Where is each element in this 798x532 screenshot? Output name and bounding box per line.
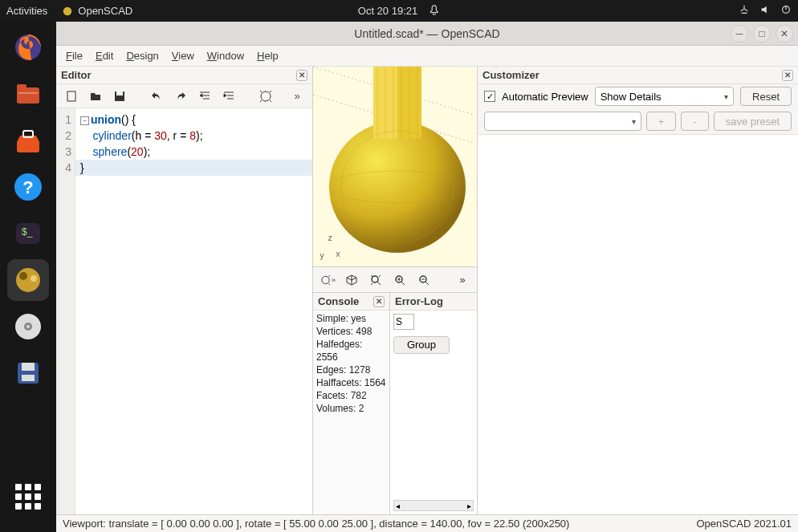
- current-app[interactable]: OpenSCAD: [62, 5, 132, 17]
- editor-title: Editor: [61, 69, 92, 81]
- menu-file[interactable]: File: [66, 50, 83, 62]
- remove-preset-button[interactable]: -: [681, 112, 708, 131]
- minimize-button[interactable]: ─: [731, 25, 748, 43]
- svg-rect-5: [18, 92, 38, 94]
- zoom-in-icon[interactable]: [392, 272, 408, 288]
- svg-rect-18: [22, 363, 35, 371]
- editor-more-icon[interactable]: »: [288, 87, 306, 105]
- preset-combo[interactable]: ▾: [484, 112, 641, 131]
- gnome-topbar: Activities OpenSCAD Oct 20 19:21: [0, 0, 798, 22]
- console-close-icon[interactable]: ✕: [373, 296, 385, 307]
- menu-window[interactable]: Window: [207, 50, 244, 62]
- render-icon[interactable]: »: [320, 272, 336, 288]
- dock-save[interactable]: [7, 352, 49, 394]
- zoom-fit-icon[interactable]: [368, 272, 384, 288]
- ubuntu-dock: ? $_: [0, 22, 56, 532]
- titlebar[interactable]: Untitled.scad* — OpenSCAD ─ □ ✕: [56, 22, 798, 46]
- menu-design[interactable]: Design: [126, 50, 158, 62]
- window-title: Untitled.scad* — OpenSCAD: [56, 27, 798, 40]
- indent-icon[interactable]: [220, 87, 238, 105]
- network-icon[interactable]: [739, 4, 750, 18]
- axis-x-label: x: [336, 250, 340, 258]
- save-icon[interactable]: [111, 87, 128, 105]
- statusbar: Viewport: translate = [ 0.00 0.00 0.00 ]…: [56, 514, 798, 532]
- volume-icon[interactable]: [759, 4, 771, 18]
- customizer-pane: Customizer ✕ ✓ Automatic Preview Show De…: [478, 67, 798, 514]
- maximize-button[interactable]: □: [753, 25, 771, 43]
- dock-firefox[interactable]: [7, 26, 49, 68]
- errorlog-group-header[interactable]: Group: [393, 336, 450, 354]
- svg-rect-22: [116, 91, 123, 95]
- editor-close-icon[interactable]: ✕: [296, 70, 307, 81]
- console-title: Console: [318, 295, 359, 307]
- console-output[interactable]: Simple: yes Vertices: 498 Halfedges: 255…: [313, 311, 389, 514]
- svg-text:?: ?: [22, 177, 33, 197]
- activities-button[interactable]: Activities: [6, 5, 47, 17]
- menu-view[interactable]: View: [172, 50, 194, 62]
- svg-point-26: [329, 121, 466, 253]
- code-editor[interactable]: 1 2 3 4 −union() { cylinder(h = 30, r = …: [56, 108, 312, 514]
- undo-icon[interactable]: [148, 87, 165, 105]
- power-icon[interactable]: [780, 4, 792, 18]
- svg-rect-4: [17, 84, 26, 91]
- dock-openscad[interactable]: [7, 259, 49, 301]
- svg-point-12: [19, 272, 27, 280]
- svg-rect-19: [22, 375, 35, 381]
- details-combo[interactable]: Show Details ▾: [595, 87, 734, 106]
- new-icon[interactable]: [63, 87, 80, 105]
- save-preset-button[interactable]: save preset: [714, 112, 792, 131]
- zoom-out-icon[interactable]: [416, 272, 432, 288]
- dock-show-apps[interactable]: [7, 476, 49, 518]
- clock[interactable]: Oct 20 19:21: [358, 5, 417, 17]
- svg-point-37: [322, 276, 329, 283]
- errorlog-title: Error-Log: [395, 295, 443, 307]
- dock-software[interactable]: [7, 120, 49, 161]
- autopreview-label: Automatic Preview: [502, 91, 588, 103]
- customizer-body: [478, 134, 798, 514]
- viewport-status: Viewport: translate = [ 0.00 0.00 0.00 ]…: [63, 518, 569, 530]
- redo-icon[interactable]: [172, 87, 189, 105]
- svg-point-38: [372, 276, 378, 282]
- preview-icon[interactable]: [257, 87, 275, 105]
- customizer-title: Customizer: [482, 69, 539, 81]
- dock-files[interactable]: [7, 73, 49, 115]
- errorlog-filter-input[interactable]: [393, 314, 414, 330]
- menubar: File Edit Design View Window Help: [56, 46, 798, 67]
- autopreview-checkbox[interactable]: ✓: [484, 91, 495, 102]
- cube-icon[interactable]: [344, 272, 360, 288]
- editor-pane: Editor ✕ » 1 2 3: [56, 67, 313, 514]
- dock-terminal[interactable]: $_: [7, 213, 49, 254]
- editor-toolbar: »: [56, 84, 312, 108]
- dock-disk[interactable]: [7, 306, 49, 347]
- unindent-icon[interactable]: [196, 87, 214, 105]
- chevron-down-icon: ▾: [632, 117, 636, 126]
- openscad-icon: [62, 6, 73, 17]
- open-icon[interactable]: [87, 87, 104, 105]
- axis-z-label: z: [328, 234, 332, 242]
- axis-y-label: y: [320, 251, 324, 260]
- menu-edit[interactable]: Edit: [96, 50, 113, 62]
- view-more-icon[interactable]: »: [454, 272, 470, 288]
- dock-help[interactable]: ?: [7, 166, 49, 208]
- svg-point-11: [16, 268, 40, 292]
- chevron-down-icon: ▾: [724, 92, 728, 101]
- viewer-pane: z x y » » Console ✕ Sim: [313, 67, 478, 514]
- reset-button[interactable]: Reset: [740, 87, 792, 106]
- svg-point-23: [261, 91, 271, 101]
- svg-point-16: [26, 325, 30, 328]
- openscad-window: Untitled.scad* — OpenSCAD ─ □ ✕ File Edi…: [56, 22, 798, 532]
- fold-icon[interactable]: −: [80, 116, 89, 125]
- view-toolbar: » »: [313, 267, 477, 293]
- version-label: OpenSCAD 2021.01: [696, 518, 792, 530]
- 3d-viewport[interactable]: z x y: [313, 67, 477, 267]
- notification-icon[interactable]: [429, 4, 440, 18]
- close-button[interactable]: ✕: [776, 25, 793, 43]
- svg-rect-20: [67, 91, 75, 101]
- menu-help[interactable]: Help: [257, 50, 279, 62]
- add-preset-button[interactable]: +: [646, 112, 677, 131]
- svg-text:$_: $_: [22, 226, 33, 238]
- line-gutter: 1 2 3 4: [56, 108, 75, 514]
- customizer-close-icon[interactable]: ✕: [782, 70, 793, 81]
- errorlog-scrollbar[interactable]: ◂▸: [393, 500, 474, 511]
- svg-point-0: [63, 6, 72, 15]
